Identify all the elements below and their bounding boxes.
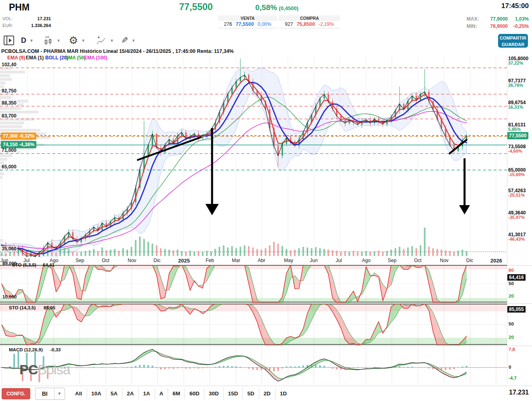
change-absolute: (0,4500) [279, 5, 298, 11]
x-axis-month-label: Feb [206, 258, 214, 263]
vol-value: 17.231 [17, 16, 51, 21]
range-button-1a[interactable]: 1A [138, 388, 154, 400]
chevron-down-icon: ▼ [81, 38, 85, 43]
chevron-down-icon: ▼ [54, 388, 65, 399]
min-value: 76,9000 [481, 23, 508, 29]
stochastic-fast-panel[interactable] [0, 265, 532, 303]
x-axis-month-label: Oct [414, 258, 422, 263]
draw-dropdown[interactable]: ✎ ▼ [121, 34, 136, 47]
logo-bold: PC [19, 362, 38, 377]
range-button-2d[interactable]: 2D [259, 388, 275, 400]
sto1-tick-20: 20 [509, 294, 514, 298]
svg-text:HA: HA [45, 36, 49, 38]
x-axis-month-label: Jun [310, 258, 318, 263]
plot-right-border [507, 57, 507, 384]
bid-price: 77,5500 [236, 21, 254, 27]
stochastic-slow-panel[interactable] [0, 304, 532, 345]
macd-tick-top: 7,8 [509, 347, 515, 352]
timeframe-dropdown[interactable]: D ▼ [21, 34, 34, 47]
x-axis-month-label: Sep [388, 258, 396, 263]
macd-value: -0,33 [50, 347, 61, 352]
chart-type-dropdown[interactable]: HA ▼ [43, 34, 61, 47]
x-axis-month-label: Ago [362, 258, 370, 263]
sto1-range-bottom: 10,000 [2, 294, 17, 299]
max-value: 77,9000 [481, 16, 508, 22]
x-axis-month-label: Nov [440, 258, 448, 263]
macd-tick-zero: 0 [509, 365, 511, 370]
last-price-tag: 77,5500 [507, 132, 528, 139]
macd-tick-bottom: -4,7 [509, 376, 517, 380]
ask-pct: -2,19% [319, 21, 334, 27]
x-axis-month-label: Dic [154, 258, 160, 263]
range-button-10a[interactable]: 10A [86, 388, 106, 400]
x-axis-month-label: 2025 [178, 258, 190, 264]
last-price: 77,5500 [162, 2, 230, 13]
range-button-15d[interactable]: 15D [223, 388, 243, 400]
range-button-30d[interactable]: 30D [204, 388, 223, 400]
logo-light: Bolsa [38, 362, 70, 377]
min-pct: -0,25% [508, 23, 529, 29]
min-label: MIN: [467, 23, 481, 29]
sto2-value-tag: 85,055 [507, 306, 526, 313]
position-price-tag: 74,150 -4,38% [1, 141, 36, 148]
max-label: MAX: [467, 16, 481, 22]
range-button-5a[interactable]: 5A [106, 388, 122, 400]
ask-box: COMPRA 927 75,8500 -2,19% [279, 15, 340, 29]
macd-panel[interactable] [0, 346, 532, 384]
sto1-label: STO (5,3,5) [12, 262, 36, 267]
x-axis-month-label: Sep [76, 258, 84, 263]
chart-title: PCBOLSA.COM - PHARMA MAR Histórico Linea… [1, 48, 365, 54]
pencil-icon: ✎ [121, 36, 128, 45]
bid-pct: 0,00% [258, 21, 271, 27]
timeframe-range-group: All10A5A2A1AA6M60D30D15D5D2D1D [71, 388, 291, 400]
panel-toggle-button[interactable] [3, 34, 15, 47]
pcbolsa-logo: PCBolsa [19, 362, 70, 378]
chevron-down-icon: ▼ [110, 38, 114, 43]
bid-qty: 276 [224, 21, 232, 27]
config-button[interactable]: CONFG. [2, 388, 30, 399]
gear-icon: ⚙ [69, 34, 78, 47]
range-button-6m[interactable]: 6M [168, 388, 185, 400]
sto1-tick-80: 80 [509, 268, 514, 273]
bottom-toolbar: CONFG. BI ▼ All10A5A2A1AA6M60D30D15D5D2D… [0, 386, 532, 401]
sto1-tick-50: 50 [509, 281, 514, 286]
range-button-1d[interactable]: 1D [275, 388, 291, 400]
x-axis-month-label: Jul [336, 258, 342, 263]
candlestick-icon: HA [43, 35, 53, 46]
macd-label: MACD (12,26,9) [9, 347, 43, 352]
x-axis-month-label: 2026 [490, 258, 502, 264]
main-price-chart[interactable] [0, 57, 532, 257]
panel-toggle-icon [3, 35, 15, 46]
eur-value: 1.336.264 [17, 23, 51, 28]
ask-qty: 927 [285, 21, 293, 27]
timeframe-label: D [21, 36, 26, 45]
mode-dropdown[interactable]: BI ▼ [35, 388, 65, 400]
x-axis-month-label: Dic [466, 258, 473, 263]
trading-chart-app: PHM VOL: 17.231 EUR: 1.336.264 77,5500 0… [0, 0, 532, 401]
x-axis-month-label: May [284, 258, 293, 263]
add-indicator-dropdown[interactable]: + ▼ [96, 34, 114, 47]
settings-dropdown[interactable]: ⚙ ▼ [69, 34, 85, 47]
range-button-a[interactable]: A [155, 388, 168, 400]
range-button-60d[interactable]: 60D [185, 388, 204, 400]
x-axis-month-label: Abr [258, 258, 265, 263]
vol-label: VOL: [2, 16, 17, 21]
range-button-5d[interactable]: 5D [242, 388, 259, 400]
range-button-2a[interactable]: 2A [122, 388, 138, 400]
min-row: MIN: 76,9000 -0,25% [467, 23, 529, 29]
sto1-value: 64,41 [43, 262, 55, 267]
range-button-all[interactable]: All [71, 388, 86, 400]
share-save-button[interactable]: COMPARTIR GUARDAR [498, 34, 528, 48]
volume-row: VOL: 17.231 [2, 16, 51, 21]
sto2-tick-20: 20 [509, 335, 514, 340]
mode-label: BI [36, 388, 54, 399]
change-group: 0,58% (0,4500) [255, 3, 299, 12]
symbol-title: PHM [9, 2, 29, 13]
chevron-down-icon: ▼ [57, 38, 61, 43]
ask-label: COMPRA [279, 15, 340, 21]
sto2-tick-50: 50 [509, 321, 514, 326]
eur-row: EUR: 1.336.264 [2, 23, 51, 28]
sto2-value: 85,05 [44, 305, 55, 310]
eur-label: EUR: [2, 23, 17, 28]
ask-price: 75,8500 [296, 21, 315, 27]
